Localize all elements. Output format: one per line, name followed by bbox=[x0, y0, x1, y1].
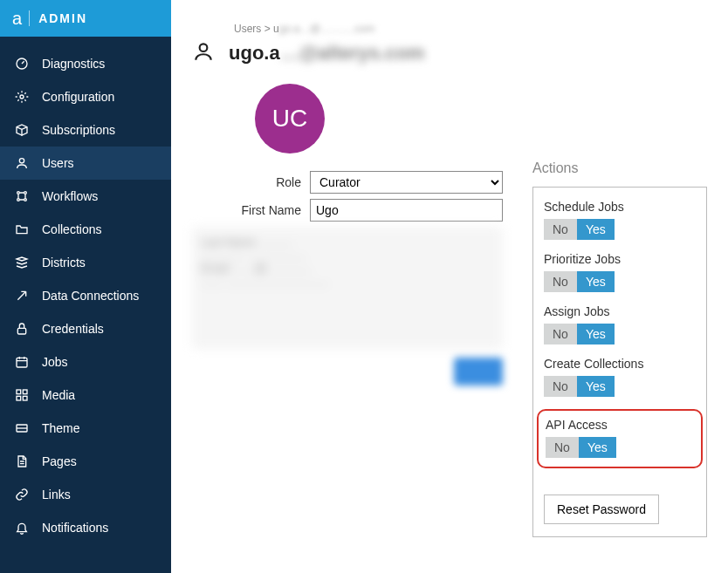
toggle-no[interactable]: No bbox=[546, 437, 579, 458]
arrow-icon bbox=[14, 288, 30, 304]
theme-icon bbox=[14, 420, 30, 436]
toggle-yes[interactable]: Yes bbox=[579, 437, 616, 458]
toggle-no[interactable]: No bbox=[544, 324, 577, 344]
svg-point-14 bbox=[200, 44, 208, 51]
redacted-button bbox=[454, 358, 503, 385]
sidebar-item-label: Theme bbox=[42, 421, 80, 435]
sidebar-item-label: Users bbox=[42, 156, 74, 170]
svg-rect-10 bbox=[23, 390, 27, 394]
svg-point-4 bbox=[24, 192, 27, 194]
main-content: Users > ugo.a…@……….com ugo.a…@alterys.co… bbox=[171, 0, 728, 573]
grid-icon bbox=[14, 387, 30, 403]
action-label: API Access bbox=[546, 418, 694, 432]
toggle-no[interactable]: No bbox=[544, 271, 577, 292]
sidebar-item-dataconnections[interactable]: Data Connections bbox=[0, 279, 171, 312]
action-create-collections: Create Collections No Yes bbox=[544, 357, 696, 397]
sidebar-items: Diagnostics Configuration Subscriptions … bbox=[0, 37, 171, 544]
toggle-yes[interactable]: Yes bbox=[577, 376, 615, 397]
person-icon bbox=[14, 155, 30, 171]
svg-rect-7 bbox=[17, 328, 25, 334]
sidebar-item-label: Configuration bbox=[42, 90, 114, 104]
reset-password-button[interactable]: Reset Password bbox=[544, 495, 659, 524]
bell-icon bbox=[14, 520, 30, 535]
folder-icon bbox=[14, 222, 30, 237]
sidebar-item-diagnostics[interactable]: Diagnostics bbox=[0, 47, 171, 80]
sidebar-item-configuration[interactable]: Configuration bbox=[0, 80, 171, 113]
form-row-role: Role Curator bbox=[192, 171, 503, 194]
action-assign-jobs: Assign Jobs No Yes bbox=[544, 304, 696, 344]
actions-title: Actions bbox=[532, 160, 707, 176]
action-schedule-jobs: Schedule Jobs No Yes bbox=[544, 200, 696, 240]
toggle-group: No Yes bbox=[544, 271, 696, 292]
sidebar-item-notifications[interactable]: Notifications bbox=[0, 511, 171, 544]
box-icon bbox=[14, 122, 30, 138]
actions-box: Schedule Jobs No Yes Prioritize Jobs No … bbox=[532, 187, 707, 537]
gear-icon bbox=[14, 89, 30, 105]
sidebar-item-subscriptions[interactable]: Subscriptions bbox=[0, 113, 171, 147]
sidebar-item-label: Districts bbox=[42, 256, 86, 269]
action-label: Schedule Jobs bbox=[544, 200, 696, 214]
svg-point-2 bbox=[19, 159, 24, 163]
sidebar-header: a ADMIN bbox=[0, 0, 171, 37]
api-access-highlight: API Access No Yes bbox=[537, 409, 703, 468]
action-api-access: API Access No Yes bbox=[546, 418, 694, 458]
action-prioritize-jobs: Prioritize Jobs No Yes bbox=[544, 252, 696, 292]
breadcrumb-leaf: ugo.a…@……….com bbox=[273, 23, 374, 35]
sidebar-item-label: Notifications bbox=[42, 521, 108, 535]
sidebar-item-media[interactable]: Media bbox=[0, 379, 171, 412]
sidebar-item-label: Links bbox=[42, 488, 71, 501]
toggle-yes[interactable]: Yes bbox=[577, 219, 615, 240]
person-icon bbox=[192, 40, 215, 66]
sidebar-item-links[interactable]: Links bbox=[0, 478, 171, 511]
sidebar-item-pages[interactable]: Pages bbox=[0, 445, 171, 478]
svg-point-1 bbox=[20, 95, 24, 99]
form-row-firstname: First Name bbox=[192, 199, 503, 222]
svg-rect-8 bbox=[17, 358, 27, 367]
svg-rect-12 bbox=[23, 396, 27, 400]
form-section: Role Curator First Name Last Name ………………… bbox=[192, 171, 512, 385]
redacted-fields: Last Name ………………… ……………Email ……@……………… …… bbox=[192, 227, 503, 349]
svg-point-5 bbox=[17, 199, 20, 201]
firstname-label: First Name bbox=[192, 203, 310, 217]
action-label: Prioritize Jobs bbox=[544, 252, 696, 266]
page-title-row: ugo.a…@alterys.com bbox=[192, 40, 512, 66]
toggle-yes[interactable]: Yes bbox=[577, 324, 615, 344]
toggle-group: No Yes bbox=[544, 324, 696, 344]
avatar: UC bbox=[255, 84, 325, 153]
sidebar-item-collections[interactable]: Collections bbox=[0, 213, 171, 246]
logo: a bbox=[12, 9, 24, 29]
toggle-yes[interactable]: Yes bbox=[577, 271, 615, 292]
sidebar-item-label: Workflows bbox=[42, 189, 98, 203]
sidebar-item-label: Pages bbox=[42, 454, 77, 468]
actions-column: Actions Schedule Jobs No Yes Prioritize … bbox=[532, 160, 707, 557]
sidebar-item-label: Collections bbox=[42, 222, 101, 236]
role-label: Role bbox=[192, 175, 310, 189]
document-icon bbox=[14, 454, 30, 469]
sidebar-item-label: Diagnostics bbox=[42, 57, 105, 71]
breadcrumb: Users > ugo.a…@……….com bbox=[234, 23, 512, 35]
breadcrumb-root[interactable]: Users bbox=[234, 23, 261, 35]
sidebar-item-label: Media bbox=[42, 388, 75, 402]
breadcrumb-sep: > bbox=[264, 23, 271, 35]
avatar-initials: UC bbox=[272, 105, 307, 133]
dashboard-icon bbox=[14, 56, 30, 72]
sidebar-item-workflows[interactable]: Workflows bbox=[0, 180, 171, 213]
sidebar-item-theme[interactable]: Theme bbox=[0, 412, 171, 445]
action-label: Create Collections bbox=[544, 357, 696, 371]
sidebar-item-credentials[interactable]: Credentials bbox=[0, 312, 171, 345]
role-select[interactable]: Curator bbox=[310, 171, 503, 194]
toggle-no[interactable]: No bbox=[544, 219, 577, 240]
sidebar-item-label: Credentials bbox=[42, 322, 104, 336]
sidebar-item-label: Subscriptions bbox=[42, 123, 115, 137]
workflow-icon bbox=[14, 188, 30, 204]
header-divider bbox=[29, 10, 30, 26]
toggle-group: No Yes bbox=[544, 219, 696, 240]
sidebar-item-users[interactable]: Users bbox=[0, 147, 171, 180]
firstname-input[interactable] bbox=[310, 199, 503, 222]
sidebar-item-districts[interactable]: Districts bbox=[0, 246, 171, 279]
sidebar-item-jobs[interactable]: Jobs bbox=[0, 345, 171, 379]
svg-point-6 bbox=[24, 199, 27, 201]
link-icon bbox=[14, 487, 30, 502]
toggle-no[interactable]: No bbox=[544, 376, 577, 397]
lock-icon bbox=[14, 321, 30, 337]
